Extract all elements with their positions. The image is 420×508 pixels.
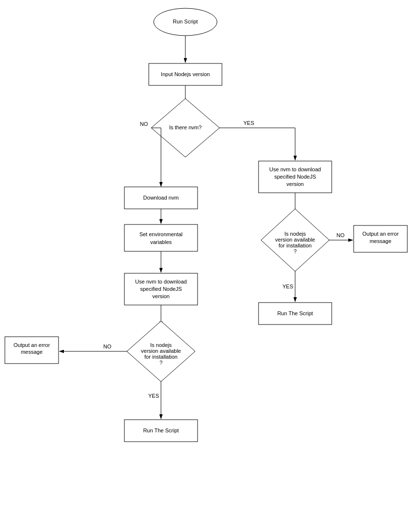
use-nvm-left-label3: version <box>152 293 169 299</box>
no-label-right: NO <box>337 232 345 238</box>
run-left-label: Run The Script <box>143 427 179 433</box>
flowchart-diagram: Run Script Input Nodejs version Is there… <box>0 0 420 508</box>
yes-label-right: YES <box>243 120 254 126</box>
download-nvm-label: Download nvm <box>143 195 179 201</box>
decision-right-label2: version available <box>275 237 315 243</box>
no-label-left: NO <box>140 121 148 127</box>
input-nodejs-label: Input Nodejs version <box>161 71 210 77</box>
use-nvm-right-label3: version <box>286 181 303 187</box>
use-nvm-left-label2: specified NodeJS <box>140 286 182 292</box>
decision-left-label4: ? <box>160 360 162 366</box>
decision-nvm-label: Is there nvm? <box>169 124 202 130</box>
run-right-label: Run The Script <box>277 310 313 316</box>
set-env-rect <box>124 224 198 251</box>
decision-right-label1: Is nodejs <box>284 231 306 237</box>
decision-left-label1: Is nodejs <box>150 342 172 348</box>
use-nvm-right-label2: specified NodeJS <box>274 174 316 180</box>
error-right-label1: Output an error <box>362 231 399 237</box>
decision-left-label2: version available <box>141 348 181 354</box>
yes-label-left: YES <box>148 393 159 399</box>
error-left-label2: message <box>21 349 43 355</box>
error-left-label1: Output an error <box>14 342 50 348</box>
decision-left-label3: for installation <box>144 354 178 360</box>
error-right-label2: message <box>370 238 392 244</box>
no-label-left2: NO <box>103 344 112 349</box>
set-env-label1: Set environmental <box>140 231 183 237</box>
set-env-label2: variables <box>150 239 172 245</box>
decision-right-label3: for installation <box>279 243 312 248</box>
yes-label-right2: YES <box>282 284 293 289</box>
start-label: Run Script <box>173 19 198 24</box>
use-nvm-left-label1: Use nvm to download <box>135 279 187 284</box>
decision-right-label4: ? <box>294 248 297 254</box>
use-nvm-right-label1: Use nvm to download <box>269 166 321 172</box>
